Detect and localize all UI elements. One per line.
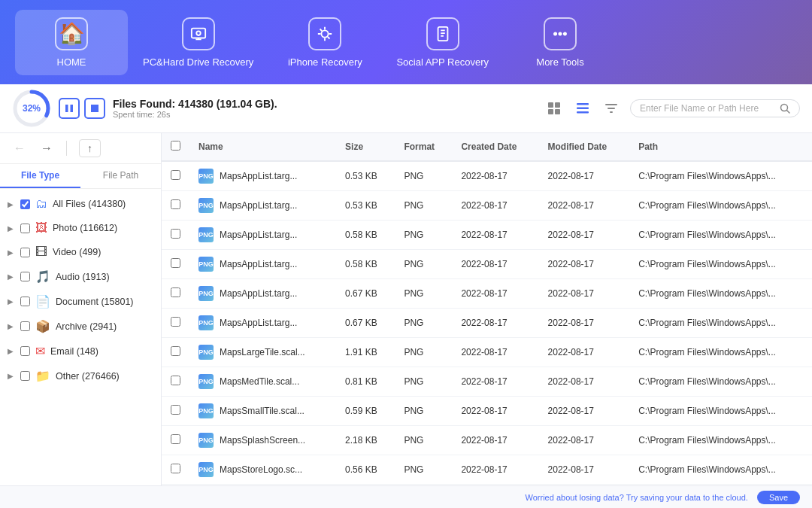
th-modified-date[interactable]: Modified Date (539, 133, 630, 161)
checkbox-email[interactable] (20, 346, 30, 356)
row-checkbox[interactable] (171, 317, 180, 327)
row-path: C:\Program Files\WindowsApps\... (629, 309, 812, 338)
sidebar-item-photo[interactable]: ▶ 🖼 Photo (116612) (0, 216, 161, 240)
tab-file-path[interactable]: File Path (80, 164, 161, 188)
grid-view-button[interactable] (543, 97, 565, 120)
row-checkbox[interactable] (171, 199, 180, 209)
row-name: PNG MapsAppList.targ... (189, 279, 336, 309)
row-path: C:\Program Files\WindowsApps\... (629, 250, 812, 279)
list-view-button[interactable] (571, 97, 594, 120)
audio-label: Audio (1913) (56, 272, 153, 282)
view-controls (543, 97, 623, 120)
row-checkbox-cell (162, 455, 189, 485)
search-box (630, 99, 800, 117)
row-checkbox-cell (162, 279, 189, 309)
th-size[interactable]: Size (336, 133, 395, 161)
row-format: PNG (395, 338, 452, 367)
document-icon: 📄 (35, 294, 50, 309)
th-path[interactable]: Path (629, 133, 812, 161)
save-to-cloud-button[interactable]: Save (757, 491, 800, 504)
search-input[interactable] (640, 103, 775, 114)
row-created: 2022-08-17 (452, 221, 538, 250)
row-checkbox[interactable] (171, 464, 180, 473)
row-format: PNG (395, 309, 452, 338)
iphone-recovery-icon (308, 17, 341, 50)
sidebar-item-archive[interactable]: ▶ 📦 Archive (2941) (0, 314, 161, 339)
sidebar-item-all-files[interactable]: ▶ 🗂 All Files (414380) (0, 192, 161, 216)
th-created-date[interactable]: Created Date (452, 133, 538, 161)
row-name: PNG MapsAppList.targ... (189, 250, 336, 279)
row-checkbox[interactable] (171, 170, 180, 180)
row-modified: 2022-08-17 (539, 191, 630, 221)
archive-label: Archive (2941) (56, 321, 153, 332)
nav-home[interactable]: 🏠 HOME (15, 10, 128, 75)
nav-more-tools[interactable]: More Tools (504, 10, 617, 75)
row-checkbox[interactable] (171, 376, 180, 385)
th-checkbox (162, 133, 189, 161)
row-checkbox[interactable] (171, 434, 180, 444)
svg-rect-17 (555, 109, 560, 114)
row-path: C:\Program Files\WindowsApps\... (629, 161, 812, 191)
bottom-bar: Worried about losing data? Try saving yo… (0, 485, 812, 508)
row-format: PNG (395, 367, 452, 397)
sidebar-item-document[interactable]: ▶ 📄 Document (15801) (0, 289, 161, 314)
nav-social-recovery[interactable]: Social APP Recovery (381, 10, 504, 75)
file-table-body: PNG MapsAppList.targ... 0.53 KB PNG 2022… (162, 161, 812, 485)
pause-button[interactable] (59, 98, 80, 119)
file-thumbnail: PNG (198, 462, 214, 477)
file-thumbnail: PNG (198, 257, 214, 272)
row-created: 2022-08-17 (452, 161, 538, 191)
checkbox-archive[interactable] (20, 321, 30, 331)
svg-point-8 (564, 32, 566, 35)
back-button[interactable]: ← (9, 140, 30, 157)
expand-arrow: ▶ (8, 224, 15, 233)
checkbox-all-files[interactable] (20, 199, 30, 209)
select-all-checkbox[interactable] (171, 141, 180, 151)
row-created: 2022-08-17 (452, 309, 538, 338)
svg-point-4 (322, 30, 329, 37)
more-tools-icon (544, 17, 577, 50)
row-checkbox[interactable] (171, 229, 180, 239)
row-modified: 2022-08-17 (539, 309, 630, 338)
tab-file-type[interactable]: File Type (0, 164, 80, 188)
forward-button[interactable]: → (36, 140, 57, 157)
checkbox-photo[interactable] (20, 224, 30, 233)
files-found-title: Files Found: 414380 (191.04 GB). (113, 98, 535, 110)
th-name[interactable]: Name (189, 133, 336, 161)
nav-iphone-recovery[interactable]: iPhone Recovery (268, 10, 381, 75)
row-name: PNG MapsAppList.targ... (189, 309, 336, 338)
stop-button[interactable] (84, 98, 105, 119)
table-row: PNG MapsAppList.targ... 0.58 KB PNG 2022… (162, 221, 812, 250)
checkbox-audio[interactable] (20, 272, 30, 281)
row-checkbox[interactable] (171, 258, 180, 268)
file-type-tabs: File Type File Path (0, 164, 161, 189)
all-files-icon: 🗂 (35, 197, 47, 211)
checkbox-video[interactable] (20, 248, 30, 257)
progress-circle: 32% (12, 89, 51, 128)
nav-home-label: HOME (57, 56, 86, 68)
sidebar-item-audio[interactable]: ▶ 🎵 Audio (1913) (0, 264, 161, 289)
files-info: Files Found: 414380 (191.04 GB). Spent t… (113, 98, 535, 119)
row-format: PNG (395, 250, 452, 279)
filter-button[interactable] (600, 97, 623, 120)
svg-rect-12 (71, 105, 74, 112)
sidebar-item-other[interactable]: ▶ 📁 Other (276466) (0, 364, 161, 388)
row-checkbox-cell (162, 367, 189, 397)
row-checkbox-cell (162, 221, 189, 250)
home-icon: 🏠 (55, 17, 88, 50)
row-checkbox[interactable] (171, 405, 180, 415)
table-row: PNG MapsAppList.targ... 0.67 KB PNG 2022… (162, 279, 812, 309)
sidebar-item-video[interactable]: ▶ 🎞 Video (499) (0, 240, 161, 264)
checkbox-document[interactable] (20, 297, 30, 306)
row-checkbox[interactable] (171, 346, 180, 356)
row-size: 0.59 KB (336, 397, 395, 426)
row-path: C:\Program Files\WindowsApps\... (629, 221, 812, 250)
up-button[interactable]: ↑ (79, 139, 101, 157)
th-format[interactable]: Format (395, 133, 452, 161)
sidebar-item-email[interactable]: ▶ ✉ Email (148) (0, 339, 161, 364)
checkbox-other[interactable] (20, 371, 30, 381)
nav-pc-recovery[interactable]: PC&Hard Drive Recovery (128, 10, 268, 75)
other-label: Other (276466) (56, 371, 153, 382)
row-checkbox[interactable] (171, 287, 180, 297)
table-row: PNG MapsSmallTile.scal... 0.59 KB PNG 20… (162, 397, 812, 426)
